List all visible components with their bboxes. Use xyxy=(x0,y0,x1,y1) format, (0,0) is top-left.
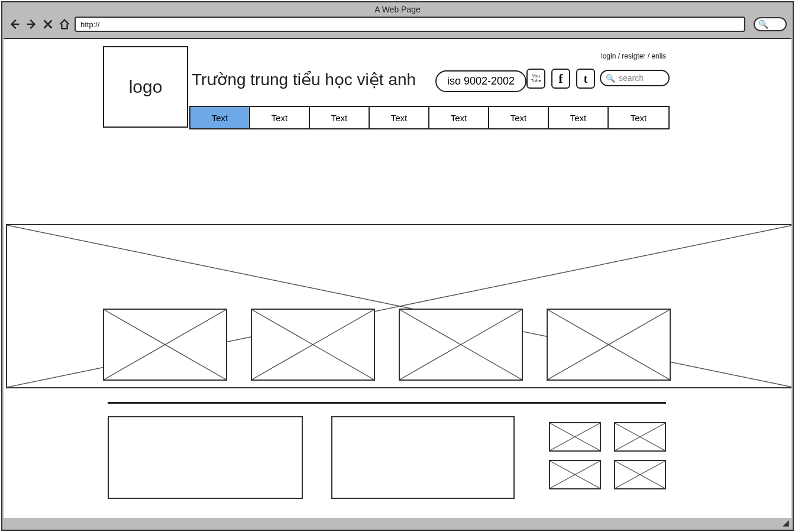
browser-search-pill[interactable]: 🔍 xyxy=(754,17,787,31)
browser-title: A Web Page xyxy=(2,2,793,15)
forward-icon[interactable] xyxy=(25,18,38,31)
home-icon[interactable] xyxy=(58,18,71,31)
logo[interactable]: logo xyxy=(103,46,188,128)
mini-thumb-grid xyxy=(549,416,666,499)
nav-tab-6[interactable]: Text xyxy=(489,107,549,128)
search-placeholder: search xyxy=(619,73,644,83)
iso-badge: iso 9002-2002 xyxy=(435,70,526,92)
nav-tab-8[interactable]: Text xyxy=(609,107,668,128)
main-nav: Text Text Text Text Text Text Text Text xyxy=(189,106,670,129)
section-divider xyxy=(108,402,666,404)
url-bar[interactable]: http:// xyxy=(75,17,745,32)
mini-thumb-2[interactable] xyxy=(614,422,666,452)
top-links[interactable]: login / resigter / enlis xyxy=(601,52,666,60)
iso-text: iso 9002-2002 xyxy=(447,75,515,87)
youtube-icon[interactable]: You Tube xyxy=(526,69,545,89)
nav-tab-1[interactable]: Text xyxy=(190,107,250,128)
site-title: Trường trung tiểu học việt anh xyxy=(192,70,416,89)
resize-grip-icon[interactable]: ◢ xyxy=(783,518,789,527)
nav-tab-7[interactable]: Text xyxy=(549,107,609,128)
nav-tab-2[interactable]: Text xyxy=(250,107,310,128)
search-icon: 🔍 xyxy=(606,74,615,83)
thumb-2[interactable] xyxy=(251,309,375,381)
search-icon: 🔍 xyxy=(758,20,768,29)
back-icon[interactable] xyxy=(8,18,21,31)
footer-strip xyxy=(4,518,791,528)
mini-thumb-1[interactable] xyxy=(549,422,601,452)
social-icons: You Tube f t xyxy=(526,69,595,89)
thumb-1[interactable] xyxy=(103,309,227,381)
thumb-4[interactable] xyxy=(547,309,671,381)
thumb-3[interactable] xyxy=(399,309,523,381)
twitter-icon[interactable]: t xyxy=(576,69,595,89)
stop-icon[interactable] xyxy=(41,18,54,31)
thumbnail-row xyxy=(103,309,671,381)
url-text: http:// xyxy=(80,20,100,29)
mini-thumb-4[interactable] xyxy=(614,460,666,489)
facebook-icon[interactable]: f xyxy=(551,69,570,89)
lower-section xyxy=(108,416,666,499)
nav-tab-4[interactable]: Text xyxy=(370,107,429,128)
mini-thumb-3[interactable] xyxy=(549,460,601,489)
browser-window: A Web Page http:// 🔍 logo Trường trung t… xyxy=(1,1,794,531)
top-links-text: login / resigter / enlis xyxy=(601,52,666,60)
site-header: logo Trường trung tiểu học việt anh iso … xyxy=(4,39,791,131)
logo-text: logo xyxy=(129,77,163,97)
content-panel-1 xyxy=(108,416,303,499)
browser-toolbar: http:// 🔍 xyxy=(2,15,793,37)
page-viewport: logo Trường trung tiểu học việt anh iso … xyxy=(4,38,791,528)
content-panel-2 xyxy=(331,416,515,499)
header-search[interactable]: 🔍 search xyxy=(600,70,670,86)
nav-tab-3[interactable]: Text xyxy=(310,107,370,128)
nav-tab-5[interactable]: Text xyxy=(429,107,489,128)
